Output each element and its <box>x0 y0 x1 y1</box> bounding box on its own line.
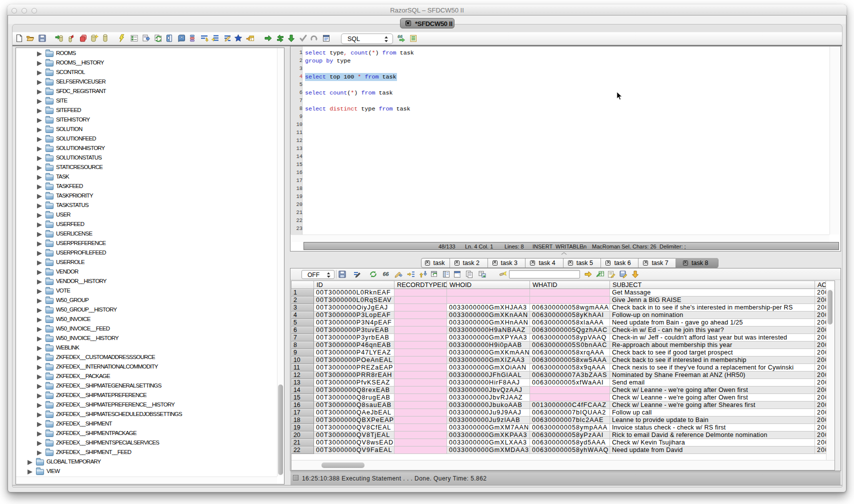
svg-text:66: 66 <box>398 34 403 39</box>
svg-text:66: 66 <box>383 271 390 277</box>
